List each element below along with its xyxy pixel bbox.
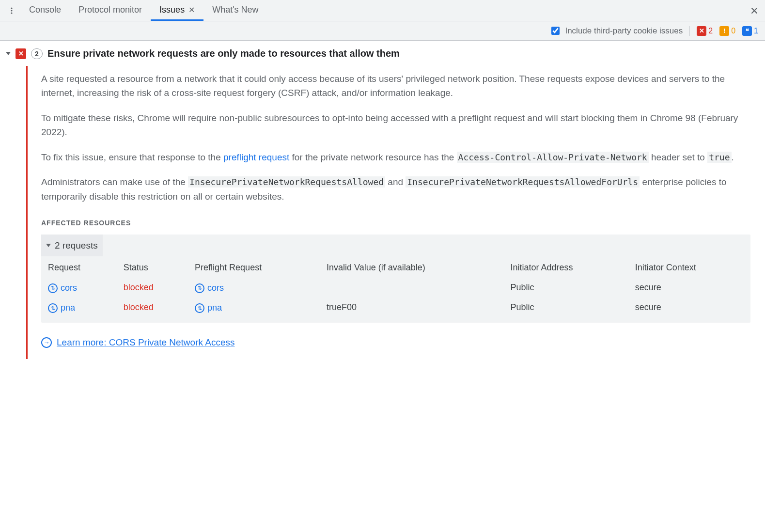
- svg-point-1: [11, 10, 12, 11]
- learn-more-link[interactable]: Learn more: CORS Private Network Access: [57, 335, 234, 349]
- request-link[interactable]: ⇅cors: [48, 282, 77, 295]
- code-header-name: Access-Control-Allow-Private-Network: [457, 152, 649, 163]
- initiator-address-cell: Public: [504, 278, 628, 297]
- table-row: ⇅cors blocked ⇅cors Public secure: [41, 278, 750, 297]
- tab-whats-new[interactable]: What's New: [203, 0, 267, 21]
- tab-console[interactable]: Console: [20, 0, 70, 21]
- warning-count-badge[interactable]: ! 0: [719, 26, 735, 36]
- info-count-badge[interactable]: ❝ 1: [742, 26, 758, 36]
- issue-paragraph: To mitigate these risks, Chrome will req…: [41, 111, 750, 140]
- issue-paragraph: A site requested a resource from a netwo…: [41, 72, 750, 100]
- affected-requests-toggle[interactable]: 2 requests: [41, 235, 103, 256]
- issue-title: Ensure private network requests are only…: [47, 48, 400, 59]
- network-icon: ⇅: [48, 303, 58, 313]
- preflight-link[interactable]: ⇅pna: [195, 301, 222, 315]
- error-count-badge[interactable]: ✕ 2: [697, 26, 713, 36]
- tab-protocol-monitor[interactable]: Protocol monitor: [70, 0, 151, 21]
- error-count: 2: [708, 27, 713, 35]
- network-icon: ⇅: [195, 303, 204, 313]
- issues-list[interactable]: ✕ 2 Ensure private network requests are …: [0, 41, 765, 532]
- warning-icon: !: [719, 26, 729, 36]
- status-blocked: blocked: [124, 302, 154, 312]
- issue-paragraph: Administrators can make use of the Insec…: [41, 175, 750, 203]
- third-party-cookie-toggle[interactable]: Include third-party cookie issues: [549, 25, 683, 36]
- col-initiator-addr: Initiator Address: [504, 256, 628, 278]
- more-tabs-button[interactable]: [3, 0, 20, 21]
- third-party-cookie-label: Include third-party cookie issues: [565, 26, 683, 36]
- issues-toolbar: Include third-party cookie issues ✕ 2 ! …: [0, 21, 765, 41]
- code-header-value: true: [707, 152, 731, 163]
- tab-label: Issues: [159, 5, 185, 15]
- info-icon: ❝: [742, 26, 752, 36]
- tab-label: Protocol monitor: [78, 5, 142, 15]
- table-header-row: Request Status Preflight Request Invalid…: [41, 256, 750, 278]
- invalid-value-cell: [320, 278, 504, 297]
- code-policy: InsecurePrivateNetworkRequestsAllowedFor…: [406, 176, 640, 188]
- tab-issues[interactable]: Issues ✕: [151, 0, 203, 21]
- svg-point-2: [11, 12, 12, 14]
- network-icon: ⇅: [48, 283, 58, 293]
- preflight-request-link[interactable]: preflight request: [223, 152, 289, 162]
- col-request: Request: [41, 256, 117, 278]
- issue-header[interactable]: ✕ 2 Ensure private network requests are …: [5, 48, 760, 59]
- affected-requests-table: Request Status Preflight Request Invalid…: [41, 256, 750, 318]
- initiator-context-cell: secure: [628, 278, 750, 297]
- col-preflight: Preflight Request: [188, 256, 320, 278]
- network-icon: ⇅: [195, 283, 204, 293]
- initiator-address-cell: Public: [504, 298, 628, 318]
- col-invalid-value: Invalid Value (if available): [320, 256, 504, 278]
- issue-occurrence-count: 2: [31, 48, 43, 59]
- expand-toggle-icon[interactable]: [6, 52, 11, 55]
- close-icon: [750, 7, 758, 15]
- status-blocked: blocked: [124, 282, 154, 292]
- close-tab-icon[interactable]: ✕: [188, 5, 195, 15]
- toolbar-divider: [689, 26, 690, 36]
- affected-resources-heading: AFFECTED RESOURCES: [41, 218, 750, 229]
- tab-label: Console: [29, 5, 61, 15]
- arrow-right-circle-icon: →: [41, 337, 52, 348]
- severity-error-icon: ✕: [16, 48, 26, 59]
- warning-count: 0: [731, 27, 735, 35]
- preflight-link[interactable]: ⇅cors: [195, 282, 224, 295]
- issue-body: A site requested a resource from a netwo…: [26, 66, 760, 359]
- devtools-drawer-tabbar: Console Protocol monitor Issues ✕ What's…: [0, 0, 765, 21]
- affected-requests-block: 2 requests Request Status Preflight Requ…: [41, 235, 750, 323]
- learn-more-row: → Learn more: CORS Private Network Acces…: [41, 335, 750, 349]
- col-initiator-ctx: Initiator Context: [628, 256, 750, 278]
- request-link[interactable]: ⇅pna: [48, 301, 75, 315]
- col-status: Status: [117, 256, 188, 278]
- table-row: ⇅pna blocked ⇅pna trueF00 Public secure: [41, 298, 750, 318]
- affected-requests-summary: 2 requests: [55, 238, 98, 252]
- svg-point-0: [11, 7, 12, 9]
- info-count: 1: [754, 27, 758, 35]
- code-policy: InsecurePrivateNetworkRequestsAllowed: [188, 176, 385, 188]
- more-vert-icon: [8, 7, 16, 15]
- tab-label: What's New: [212, 5, 258, 15]
- error-icon: ✕: [697, 26, 706, 36]
- third-party-cookie-checkbox[interactable]: [551, 27, 560, 35]
- invalid-value-cell: trueF00: [320, 298, 504, 318]
- initiator-context-cell: secure: [628, 298, 750, 318]
- close-drawer-button[interactable]: [744, 0, 765, 21]
- issue-paragraph: To fix this issue, ensure that response …: [41, 150, 750, 164]
- expand-toggle-icon: [46, 244, 51, 247]
